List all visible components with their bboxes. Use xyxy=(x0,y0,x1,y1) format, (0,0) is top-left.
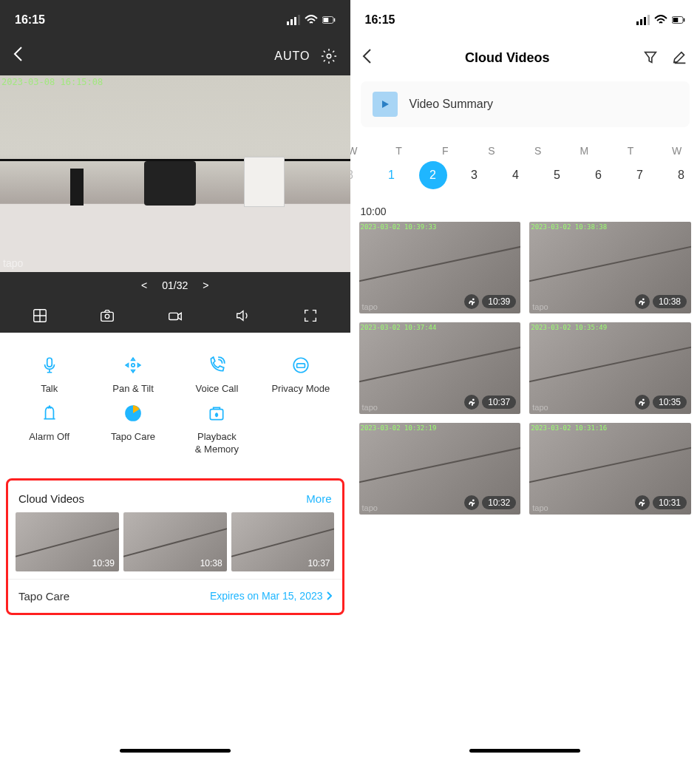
svg-rect-5 xyxy=(323,18,328,22)
status-time: 16:15 xyxy=(15,13,45,27)
tapo-care-button[interactable]: Tapo Care xyxy=(91,403,174,456)
chevron-right-icon xyxy=(326,591,332,600)
status-bar: 16:15 xyxy=(0,0,350,37)
motion-icon xyxy=(635,395,650,410)
multiview-icon[interactable] xyxy=(32,308,48,324)
time-section-label: 10:00 xyxy=(350,200,701,222)
tapo-care-row[interactable]: Tapo Care Expires on Mar 15, 2023 xyxy=(8,579,342,613)
nav-bar: Cloud Videos xyxy=(350,37,701,78)
signal-icon xyxy=(636,15,650,25)
volume-icon[interactable] xyxy=(234,308,251,324)
cloud-videos-more[interactable]: More xyxy=(306,492,331,505)
motion-icon xyxy=(464,395,479,410)
edit-icon[interactable] xyxy=(672,50,688,66)
svg-rect-2 xyxy=(294,17,296,25)
cloud-thumb[interactable]: 10:39 xyxy=(16,512,119,571)
live-video-feed[interactable]: 2023-03-08 16:15:08 tapo xyxy=(0,75,350,272)
pager-count: 01/32 xyxy=(162,279,188,291)
motion-icon xyxy=(635,495,650,510)
calendar-date[interactable]: 8 xyxy=(350,161,371,189)
calendar-date[interactable]: 7 xyxy=(619,161,661,189)
svg-point-13 xyxy=(132,364,135,367)
status-bar: 16:15 xyxy=(350,0,701,37)
playback-button[interactable]: Playback & Memory xyxy=(175,403,259,456)
phone-icon xyxy=(206,355,227,376)
pager-bar: < 01/32 > xyxy=(0,272,350,299)
motion-icon xyxy=(464,495,479,510)
svg-rect-23 xyxy=(673,18,679,22)
tapo-care-expires: Expires on Mar 15, 2023 xyxy=(210,590,332,602)
svg-point-7 xyxy=(327,54,331,58)
back-button[interactable] xyxy=(13,46,24,67)
svg-point-26 xyxy=(642,298,645,300)
pan-tilt-button[interactable]: Pan & Tilt xyxy=(91,355,174,396)
playback-icon xyxy=(206,403,227,424)
svg-rect-6 xyxy=(333,18,335,22)
record-icon[interactable] xyxy=(167,308,183,324)
actions-grid: Talk Pan & Tilt Voice Call Privacy Mode … xyxy=(0,333,350,471)
video-summary-button[interactable]: Video Summary xyxy=(361,81,690,127)
cloud-videos-section: Cloud Videos More 10:39 10:38 10:37 Tapo… xyxy=(6,478,344,615)
settings-icon[interactable] xyxy=(321,48,337,64)
home-indicator[interactable] xyxy=(469,749,580,753)
svg-point-28 xyxy=(642,398,645,401)
svg-rect-11 xyxy=(169,313,178,319)
snapshot-icon[interactable] xyxy=(99,308,115,324)
video-clip[interactable]: 2023-03-02 10:38:38 tapo 10:38 xyxy=(529,222,691,313)
alarm-off-button[interactable]: Alarm Off xyxy=(7,403,91,456)
calendar-date[interactable]: 8 xyxy=(661,161,701,189)
calendar-date[interactable]: 1 xyxy=(371,161,412,189)
motion-icon xyxy=(464,294,479,309)
calendar: W T F S S M T W 8 1 2 3 4 5 6 7 8 xyxy=(350,135,701,200)
talk-button[interactable]: Talk xyxy=(7,355,91,396)
back-button[interactable] xyxy=(362,48,373,67)
privacy-mode-button[interactable]: Privacy Mode xyxy=(259,355,342,396)
calendar-date-selected[interactable]: 2 xyxy=(412,161,454,189)
watermark: tapo xyxy=(3,257,23,269)
svg-rect-15 xyxy=(296,364,305,367)
wifi-icon xyxy=(305,15,318,25)
microphone-icon xyxy=(39,355,60,376)
phone-live-view: 16:15 AUTO 2023-03-08 16:15:08 tapo < 01… xyxy=(0,0,350,757)
video-clip[interactable]: 2023-03-02 10:31:16 tapo 10:31 xyxy=(529,423,691,515)
pager-prev[interactable]: < xyxy=(141,279,147,291)
battery-icon xyxy=(322,15,336,25)
video-timestamp: 2023-03-08 16:15:08 xyxy=(1,77,103,87)
svg-rect-12 xyxy=(47,358,52,367)
tapo-care-label: Tapo Care xyxy=(18,590,69,602)
svg-rect-3 xyxy=(298,15,300,25)
svg-rect-21 xyxy=(648,15,650,25)
clips-grid: 2023-03-02 10:39:33 tapo 10:39 2023-03-0… xyxy=(350,222,701,515)
cloud-thumb[interactable]: 10:38 xyxy=(123,512,227,571)
calendar-date[interactable]: 4 xyxy=(495,161,537,189)
calendar-date[interactable]: 5 xyxy=(537,161,578,189)
auto-mode-button[interactable]: AUTO xyxy=(274,50,310,63)
video-clip[interactable]: 2023-03-02 10:37:44 tapo 10:37 xyxy=(359,322,521,414)
cloud-videos-title: Cloud Videos xyxy=(18,492,84,505)
video-clip[interactable]: 2023-03-02 10:39:33 tapo 10:39 xyxy=(359,222,521,313)
pager-next[interactable]: > xyxy=(203,279,208,291)
battery-icon xyxy=(672,15,685,25)
svg-rect-9 xyxy=(101,312,114,321)
svg-rect-19 xyxy=(640,19,642,25)
motion-icon xyxy=(635,294,650,309)
pan-tilt-icon xyxy=(123,355,143,376)
calendar-date[interactable]: 3 xyxy=(454,161,495,189)
status-icons xyxy=(287,15,336,25)
controls-bar xyxy=(0,299,350,333)
filter-icon[interactable] xyxy=(642,50,659,66)
tapo-care-icon xyxy=(123,403,143,424)
video-clip[interactable]: 2023-03-02 10:35:49 tapo 10:35 xyxy=(529,322,691,414)
fullscreen-icon[interactable] xyxy=(302,308,319,324)
cloud-thumb[interactable]: 10:37 xyxy=(231,512,335,571)
alarm-icon xyxy=(39,403,60,424)
video-clip[interactable]: 2023-03-02 10:32:19 tapo 10:32 xyxy=(359,423,521,515)
phone-cloud-videos: 16:15 Cloud Videos Video Summary W T F S… xyxy=(350,0,701,757)
svg-point-29 xyxy=(472,499,475,501)
svg-point-14 xyxy=(293,358,308,373)
home-indicator[interactable] xyxy=(120,749,231,753)
svg-rect-1 xyxy=(290,19,293,25)
voice-call-button[interactable]: Voice Call xyxy=(175,355,259,396)
svg-point-30 xyxy=(642,499,645,501)
calendar-date[interactable]: 6 xyxy=(578,161,619,189)
